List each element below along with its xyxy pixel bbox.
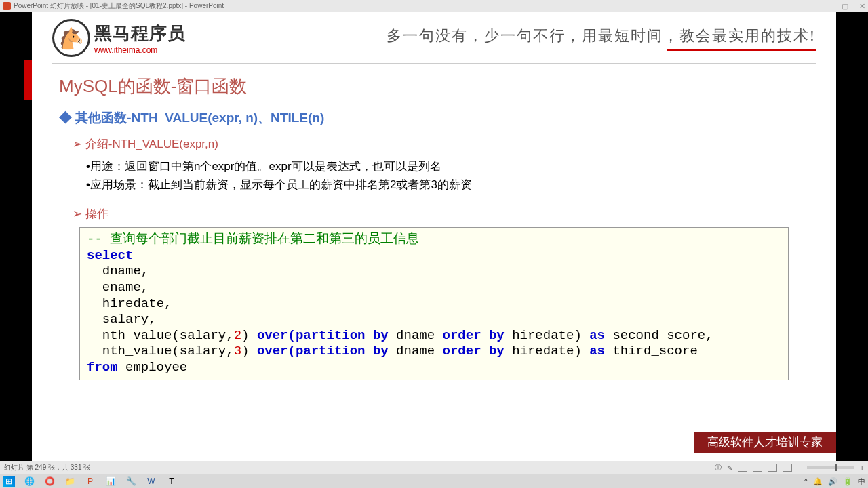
slide-counter: 幻灯片 第 249 张，共 331 张 (4, 463, 90, 472)
bullet-2: 应用场景：截止到当前薪资，显示每个员工的薪资中排名第2或者第3的薪资 (86, 176, 809, 194)
zoom-in[interactable]: + (860, 464, 864, 472)
slide-header: 🐴 黑马程序员 www.itheima.com 多一句没有，少一句不行，用最短时… (32, 12, 836, 63)
explorer-icon[interactable]: 📁 (64, 476, 76, 487)
app-icon-2[interactable]: 📊 (104, 476, 117, 487)
tray-up-icon[interactable]: ^ (804, 477, 808, 485)
zoom-out[interactable]: − (797, 464, 802, 472)
slide-title: MySQL的函数-窗口函数 (59, 75, 809, 98)
view-slideshow-icon[interactable] (783, 464, 792, 472)
app-icon-3[interactable]: 🔧 (125, 476, 137, 487)
code-block: -- 查询每个部门截止目前薪资排在第二和第三的员工信息 select dname… (79, 227, 789, 380)
battery-icon[interactable]: 🔋 (843, 477, 852, 486)
section-title: 其他函数-NTH_VALUE(expr, n)、NTILE(n) (59, 109, 809, 127)
logo: 🐴 黑马程序员 www.itheima.com (52, 19, 186, 57)
view-normal-icon[interactable] (738, 464, 747, 472)
footer-banner: 高级软件人才培训专家 (694, 432, 836, 453)
logo-text-cn: 黑马程序员 (94, 22, 186, 45)
window-controls: — ▢ ✕ (823, 2, 865, 11)
view-reading-icon[interactable] (768, 464, 777, 472)
volume-icon[interactable]: 🔊 (828, 477, 837, 486)
network-icon[interactable]: 🔔 (813, 477, 823, 486)
operation-heading: 操作 (73, 206, 809, 222)
red-tab (24, 60, 32, 100)
pen-icon[interactable]: ✎ (727, 464, 732, 472)
bullet-1: 用途：返回窗口中第n个expr的值。expr可以是表达式，也可以是列名 (86, 157, 809, 176)
app-icon-1[interactable]: ⭕ (43, 476, 56, 487)
app-icon-4[interactable]: T (165, 476, 178, 487)
maximize-button[interactable]: ▢ (842, 2, 848, 11)
logo-url: www.itheima.com (94, 45, 186, 55)
slide: 🐴 黑马程序员 www.itheima.com 多一句没有，少一句不行，用最短时… (32, 12, 836, 461)
horse-icon: 🐴 (59, 26, 84, 50)
start-button[interactable]: ⊞ (3, 476, 15, 487)
zoom-slider[interactable] (807, 466, 854, 469)
info-icon[interactable]: ⓘ (715, 463, 722, 472)
logo-circle: 🐴 (52, 19, 90, 57)
bullet-list: 用途：返回窗口中第n个expr的值。expr可以是表达式，也可以是列名 应用场景… (86, 157, 809, 194)
window-titlebar: PowerPoint 幻灯片放映 - [01-史上最全的SQL教程2.pptx]… (0, 0, 868, 12)
word-icon[interactable]: W (145, 476, 157, 487)
status-bar: 幻灯片 第 249 张，共 331 张 ⓘ ✎ − + (0, 461, 868, 474)
powerpoint-taskbar-icon[interactable]: P (84, 476, 96, 487)
tagline: 多一句没有，少一句不行，用最短时间，教会最实用的技术! (387, 26, 816, 46)
window-title: PowerPoint 幻灯片放映 - [01-史上最全的SQL教程2.pptx]… (14, 1, 224, 11)
intro-heading: 介绍-NTH_VALUE(expr,n) (73, 136, 809, 152)
close-button[interactable]: ✕ (859, 2, 865, 11)
slideshow-stage: 🐴 黑马程序员 www.itheima.com 多一句没有，少一句不行，用最短时… (0, 12, 868, 461)
chrome-icon[interactable]: 🌐 (23, 476, 35, 487)
slide-content: MySQL的函数-窗口函数 其他函数-NTH_VALUE(expr, n)、NT… (32, 64, 836, 388)
powerpoint-icon (3, 2, 11, 10)
taskbar: ⊞ 🌐 ⭕ 📁 P 📊 🔧 W T ^ 🔔 🔊 🔋 中 (0, 474, 868, 488)
tagline-underline (667, 49, 816, 51)
minimize-button[interactable]: — (823, 2, 831, 11)
ime-icon[interactable]: 中 (858, 476, 865, 487)
code-comment: -- 查询每个部门截止目前薪资排在第二和第三的员工信息 (87, 232, 419, 247)
view-sorter-icon[interactable] (753, 464, 762, 472)
